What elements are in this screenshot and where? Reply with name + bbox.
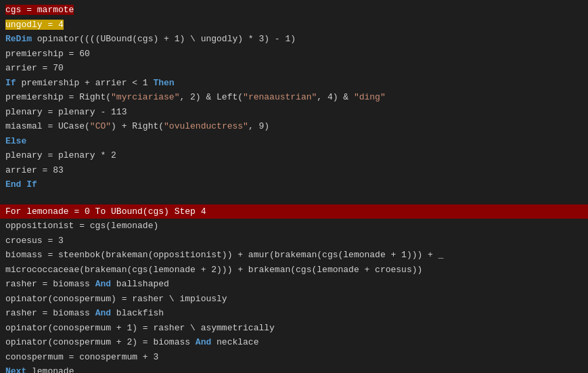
code-line-5: arrier = 70: [0, 61, 588, 76]
code-line-6: If premiership + arrier < 1 Then: [0, 76, 588, 91]
str-renaaustrian: "renaaustrian": [243, 92, 317, 102]
kw-if: If: [5, 78, 16, 88]
highlight-ungodly: ungodly = 4: [5, 20, 64, 30]
code-line-19: micrococcaceae(brakeman(cgs(lemonade + 2…: [0, 263, 588, 278]
code-line-13: End If: [0, 177, 588, 192]
kw-and-1: And: [95, 279, 111, 289]
highlight-cgs: cgs = marmote: [5, 5, 74, 15]
str-ding: "ding": [354, 92, 386, 102]
kw-next: Next: [5, 366, 26, 373]
code-line-22: rasher = biomass And blackfish: [0, 306, 588, 321]
code-line-25: conospermum = conospermum + 3: [0, 350, 588, 365]
code-line-3: ReDim opinator((((UBound(cgs) + 1) \ ung…: [0, 32, 588, 47]
code-line-17: croesus = 3: [0, 234, 588, 248]
code-line-12: arrier = 83: [0, 163, 588, 178]
code-line-7: premiership = Right("myrciariase", 2) & …: [0, 90, 588, 105]
code-line-24: opinator(conospermum + 2) = biomass And …: [0, 335, 588, 350]
kw-then: Then: [153, 78, 174, 88]
code-line-18: biomass = steenbok(brakeman(oppositionis…: [0, 248, 588, 263]
code-line-26: Next lemonade: [0, 364, 588, 373]
kw-end-if: End If: [5, 179, 37, 190]
code-line-16: oppositionist = cgs(lemonade): [0, 219, 588, 234]
kw-redim: ReDim: [5, 34, 32, 44]
code-line-4: premiership = 60: [0, 47, 588, 62]
code-line-10: Else: [0, 134, 588, 149]
code-line-21: opinator(conospermum) = rasher \ impious…: [0, 292, 588, 307]
kw-and-2: And: [95, 308, 111, 318]
str-ovulenductress: "ovulenductress": [164, 121, 248, 131]
str-myrciariase: "myrciariase": [111, 92, 179, 102]
code-line-15: For lemonade = 0 To UBound(cgs) Step 4: [0, 204, 588, 219]
code-editor: cgs = marmote ungodly = 4 ReDim opinator…: [0, 0, 588, 373]
str-co: "CO": [90, 121, 111, 131]
code-line-2: ungodly = 4: [0, 18, 588, 32]
empty-line-1: [0, 192, 588, 204]
kw-and-3: And: [196, 337, 211, 347]
code-line-8: plenary = plenary - 113: [0, 105, 588, 120]
code-line-1: cgs = marmote: [0, 3, 588, 18]
code-line-11: plenary = plenary * 2: [0, 148, 588, 163]
code-line-9: miasmal = UCase("CO") + Right("ovulenduc…: [0, 119, 588, 134]
code-line-23: opinator(conospermum + 1) = rasher \ asy…: [0, 321, 588, 336]
kw-else: Else: [5, 136, 26, 146]
code-line-20: rasher = biomass And ballshaped: [0, 277, 588, 292]
